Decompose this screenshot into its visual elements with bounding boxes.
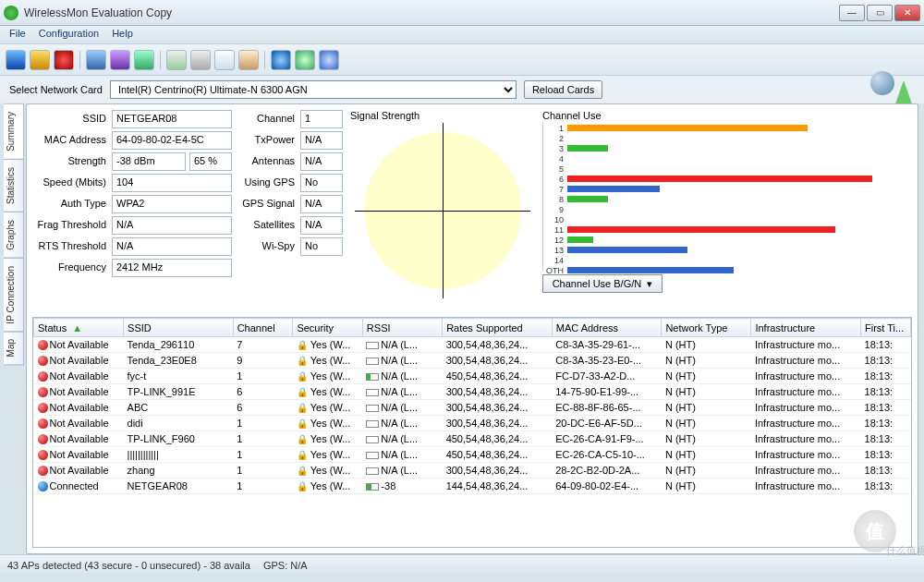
rssi-icon <box>366 436 379 443</box>
ap-table[interactable]: Status ▲SSIDChannelSecurityRSSIRates Sup… <box>33 318 911 494</box>
channel-row: 12 <box>543 235 912 245</box>
open-icon[interactable] <box>30 50 50 70</box>
status-dot-icon <box>38 434 48 444</box>
col-header[interactable]: Security <box>293 319 362 337</box>
info-value: N/A <box>300 195 343 213</box>
window-title: WirelessMon Evaluation Copy <box>24 6 839 19</box>
rssi-icon <box>366 420 379 428</box>
window-buttons: — ▭ ✕ <box>839 5 920 21</box>
lock-icon: 🔒 <box>297 340 308 350</box>
status-dot-icon <box>38 418 48 429</box>
col-header[interactable]: Channel <box>233 319 293 337</box>
signal-strength-box: Signal Strength <box>350 110 535 313</box>
info-value: 65 % <box>189 152 232 171</box>
lock-icon: 🔒 <box>297 403 308 413</box>
table-row[interactable]: Not Available||||||||||||1🔒 Yes (W...N/A… <box>34 447 911 463</box>
table-row[interactable]: ConnectedNETGEAR081🔒 Yes (W...-38144,54,… <box>34 479 911 494</box>
lock-icon: 🔒 <box>297 450 308 460</box>
rssi-icon <box>366 342 379 349</box>
export-icon[interactable] <box>166 50 187 70</box>
info-value: 104 <box>112 174 232 192</box>
save-icon[interactable] <box>6 50 26 70</box>
network-card-select[interactable]: Intel(R) Centrino(R) Ultimate-N 6300 AGN <box>110 80 517 99</box>
maximize-button[interactable]: ▭ <box>867 5 893 21</box>
lock-icon: 🔒 <box>297 481 308 491</box>
title-bar: WirelessMon Evaluation Copy — ▭ ✕ <box>0 0 924 26</box>
info-value: -38 dBm <box>112 152 186 171</box>
info-value: 2412 MHz <box>112 259 232 277</box>
vertical-tabs: SummaryStatisticsGraphsIP ConnectionMap <box>4 103 24 365</box>
table-row[interactable]: Not Availablefyc-t1🔒 Yes (W...N/A (L...4… <box>34 369 911 384</box>
info-value: 1 <box>300 110 343 128</box>
refresh-icon[interactable] <box>295 50 315 70</box>
status-bar: 43 APs detected (43 secure - 0 unsecured… <box>0 554 924 575</box>
channel-row: 4 <box>543 153 912 164</box>
globe-icon[interactable] <box>271 50 291 70</box>
table-row[interactable]: Not AvailableABC6🔒 Yes (W...N/A (L...300… <box>34 400 911 416</box>
help-icon[interactable] <box>319 50 339 70</box>
tab-summary[interactable]: Summary <box>4 103 24 160</box>
status-dot-icon <box>38 356 48 366</box>
info-value: WPA2 <box>112 195 232 213</box>
channel-row: 3 <box>543 143 912 153</box>
toolbar <box>0 44 924 76</box>
lock-icon: 🔒 <box>297 356 308 366</box>
status-dot-icon <box>38 387 48 397</box>
tab-ip-connection[interactable]: IP Connection <box>4 258 24 333</box>
info-label: MAC Address <box>32 131 106 150</box>
clipboard-icon[interactable] <box>238 50 259 70</box>
menu-help[interactable]: Help <box>112 28 133 42</box>
rssi-icon <box>366 452 379 459</box>
info-label: SSID <box>32 110 106 128</box>
col-header[interactable]: First Ti... <box>861 319 911 337</box>
table-row[interactable]: Not AvailableTenda_23E0E89🔒 Yes (W...N/A… <box>34 353 911 369</box>
table-row[interactable]: Not AvailableTP-LINK_991E6🔒 Yes (W...N/A… <box>34 384 911 400</box>
channel-row: 1 <box>543 123 912 133</box>
close-button[interactable]: ✕ <box>894 5 920 21</box>
info-label: Speed (Mbits) <box>32 174 106 192</box>
reload-cards-button[interactable]: Reload Cards <box>524 80 602 99</box>
col-header[interactable]: Network Type <box>662 319 751 337</box>
tab-map[interactable]: Map <box>4 331 24 365</box>
table-row[interactable]: Not AvailableTenda_2961107🔒 Yes (W...N/A… <box>34 337 911 353</box>
info-label: Frequency <box>32 259 106 277</box>
info-label: Wi-Spy <box>237 237 295 256</box>
info-value: NETGEAR08 <box>112 110 232 128</box>
tab-statistics[interactable]: Statistics <box>4 159 24 212</box>
col-header[interactable]: Status ▲ <box>34 319 124 337</box>
status-gps: GPS: N/A <box>263 560 308 571</box>
info-label: TxPower <box>237 131 295 150</box>
channel-use-title: Channel Use <box>542 110 912 121</box>
net2-icon[interactable] <box>110 50 130 70</box>
tab-graphs[interactable]: Graphs <box>4 212 24 259</box>
info-value: N/A <box>300 152 343 171</box>
col-header[interactable]: SSID <box>124 319 234 337</box>
net1-icon[interactable] <box>86 50 106 70</box>
col-header[interactable]: RSSI <box>362 319 442 337</box>
minimize-button[interactable]: — <box>839 5 865 21</box>
print-icon[interactable] <box>190 50 211 70</box>
page-icon[interactable] <box>214 50 235 70</box>
channel-use-selector[interactable]: Channel Use B/G/N ▾ <box>542 274 663 293</box>
status-ap-count: 43 APs detected (43 secure - 0 unsecured… <box>7 560 250 571</box>
menu-file[interactable]: File <box>9 28 26 42</box>
table-row[interactable]: Not Availablezhang1🔒 Yes (W...N/A (L...3… <box>34 463 911 479</box>
table-row[interactable]: Not Availabledidi1🔒 Yes (W...N/A (L...30… <box>34 416 911 431</box>
col-header[interactable]: MAC Address <box>552 319 662 337</box>
menu-configuration[interactable]: Configuration <box>39 28 99 42</box>
signal-title: Signal Strength <box>350 110 535 121</box>
table-row[interactable]: Not AvailableTP-LINK_F9601🔒 Yes (W...N/A… <box>34 431 911 447</box>
status-dot-icon <box>38 371 48 382</box>
rssi-icon <box>366 405 379 412</box>
net3-icon[interactable] <box>134 50 154 70</box>
col-header[interactable]: Infrastructure <box>751 319 861 337</box>
rssi-icon <box>366 483 379 491</box>
lock-icon: 🔒 <box>297 387 308 397</box>
menu-bar: FileConfigurationHelp <box>0 26 924 44</box>
channel-row: OTH <box>543 265 912 275</box>
info-grid: SSIDNETGEAR08Channel1MAC Address64-09-80… <box>32 110 343 313</box>
record-icon[interactable] <box>54 50 74 70</box>
col-header[interactable]: Rates Supported <box>443 319 553 337</box>
info-label: Using GPS <box>237 174 295 192</box>
info-value: N/A <box>112 237 232 256</box>
